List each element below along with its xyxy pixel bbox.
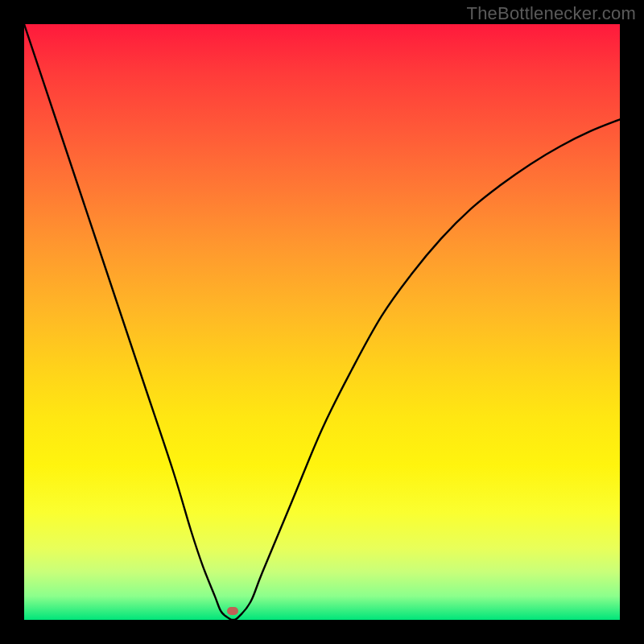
optimal-point-marker [227, 607, 238, 615]
plot-area [24, 24, 620, 620]
curve-svg [24, 24, 620, 620]
chart-frame: TheBottlenecker.com [0, 0, 644, 644]
bottleneck-curve [24, 24, 620, 620]
watermark-text: TheBottlenecker.com [467, 3, 636, 24]
